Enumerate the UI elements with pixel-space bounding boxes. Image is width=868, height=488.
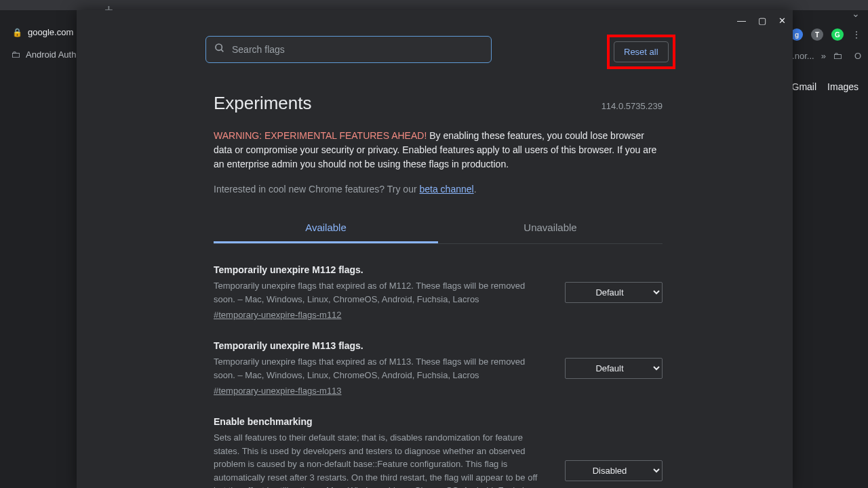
window-controls: — ▢ ✕	[737, 16, 786, 26]
flag-title: Temporarily unexpire M113 flags.	[214, 340, 547, 351]
menu-icon[interactable]: ⋮	[852, 29, 861, 40]
lock-icon: 🔒	[12, 28, 22, 37]
svg-line-1	[221, 49, 223, 52]
flag-tabs: Available Unavailable	[214, 214, 663, 244]
page-title: Experiments	[214, 93, 312, 114]
reset-highlight: Reset all	[607, 35, 675, 69]
beta-channel-link[interactable]: beta channel	[419, 184, 473, 195]
bookmark-label: Android Author	[26, 49, 84, 60]
bookmark-label[interactable]: O	[854, 51, 861, 61]
google-links: Gmail Images	[792, 81, 859, 92]
toolbar-right: g T G ⋮	[791, 28, 861, 41]
flags-window: — ▢ ✕ Reset all Experiments 114.0.5735.2…	[77, 10, 793, 488]
bookmark-item[interactable]: 🗀 Android Author	[11, 49, 84, 60]
flag-desc: Temporarily unexpire flags that expired …	[214, 355, 547, 382]
tab-available[interactable]: Available	[214, 214, 438, 243]
folder-icon: 🗀	[833, 50, 842, 61]
overflow-chevron-icon[interactable]: ⌄	[852, 8, 860, 19]
flag-select[interactable]: Disabled	[565, 460, 663, 481]
overflow-icon[interactable]: »	[821, 51, 826, 61]
version-label: 114.0.5735.239	[601, 101, 663, 111]
search-input[interactable]	[232, 44, 483, 55]
beta-line: Interested in cool new Chrome features? …	[214, 184, 663, 195]
beta-post: .	[474, 184, 477, 195]
flag-title: Temporarily unexpire M112 flags.	[214, 264, 547, 275]
tab-strip	[0, 0, 868, 10]
flag-item: Temporarily unexpire M112 flags. Tempora…	[214, 264, 663, 320]
gmail-link[interactable]: Gmail	[792, 81, 817, 92]
extension-icon[interactable]: T	[811, 28, 823, 41]
reset-all-button[interactable]: Reset all	[614, 41, 669, 62]
tab-unavailable[interactable]: Unavailable	[438, 214, 663, 243]
flag-hash-link[interactable]: #temporary-unexpire-flags-m112	[214, 310, 547, 320]
warning-text: WARNING: EXPERIMENTAL FEATURES AHEAD! By…	[214, 129, 663, 171]
flag-desc: Temporarily unexpire flags that expired …	[214, 279, 547, 306]
minimize-icon[interactable]: —	[737, 16, 746, 26]
warning-head: WARNING: EXPERIMENTAL FEATURES AHEAD!	[214, 130, 427, 141]
address-bar[interactable]: 🔒 google.com	[12, 27, 73, 37]
flag-title: Enable benchmarking	[214, 416, 547, 427]
svg-point-0	[216, 44, 222, 50]
bookmark-overflow: ...nor... » 🗀 O	[787, 50, 861, 61]
flag-item: Enable benchmarking Sets all features to…	[214, 416, 663, 488]
flag-hash-link[interactable]: #temporary-unexpire-flags-m113	[214, 386, 547, 396]
beta-pre: Interested in cool new Chrome features? …	[214, 184, 419, 195]
flag-select[interactable]: Default	[565, 358, 663, 379]
search-flags[interactable]	[205, 36, 492, 63]
folder-icon: 🗀	[11, 49, 20, 60]
flag-select[interactable]: Default	[565, 282, 663, 303]
images-link[interactable]: Images	[827, 81, 859, 92]
extension-icon[interactable]: G	[831, 28, 844, 41]
flag-item: Temporarily unexpire M113 flags. Tempora…	[214, 340, 663, 396]
close-icon[interactable]: ✕	[778, 16, 786, 26]
flag-desc: Sets all features to their default state…	[214, 431, 547, 488]
address-text: google.com	[28, 27, 73, 37]
search-icon	[214, 43, 225, 56]
flags-content: Experiments 114.0.5735.239 WARNING: EXPE…	[77, 73, 793, 488]
maximize-icon[interactable]: ▢	[758, 16, 766, 26]
